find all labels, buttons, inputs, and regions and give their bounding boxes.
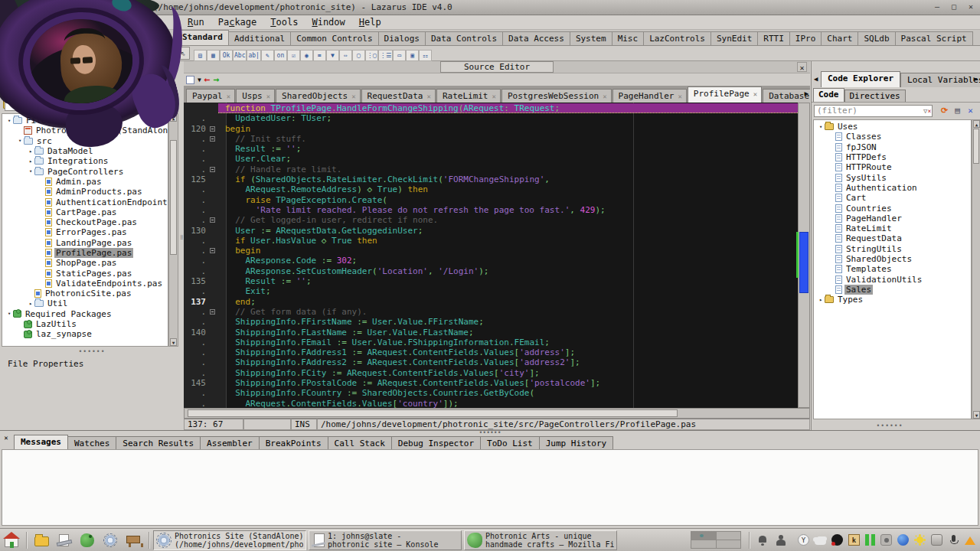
scroll-down-icon[interactable]: ▼ — [973, 411, 980, 419]
scroll-up-icon[interactable]: ▲ — [170, 114, 177, 122]
palette-tab-synedit[interactable]: SynEdit — [710, 31, 758, 45]
jump-back-icon[interactable]: ← — [204, 75, 211, 84]
tree-item-httpdefs[interactable]: HTTPDefs — [814, 152, 971, 162]
expand-arrow-icon[interactable]: ▾ — [817, 124, 825, 130]
palette-tab-sqldb[interactable]: SQLdb — [858, 31, 895, 45]
messages-content[interactable] — [2, 449, 978, 526]
component-tcheckgroup-icon[interactable]: ⋮☰ — [378, 50, 393, 61]
menu-package[interactable]: Package — [211, 16, 264, 28]
taskbar-window-button[interactable]: Photronics Site (StandAlone) (/home/john… — [153, 530, 306, 550]
tree-item-requestdata[interactable]: RequestData — [814, 233, 971, 243]
tree-item-adminproducts-pas[interactable]: AdminProducts.pas — [2, 187, 168, 197]
code-line[interactable]: 130 User := ARequestData.GetLoggedinUser… — [184, 226, 798, 236]
palette-tab-lazcontrols[interactable]: LazControls — [643, 31, 711, 45]
expand-arrow-icon[interactable]: ▾ — [5, 118, 13, 124]
page-icon[interactable]: ▤ — [952, 105, 963, 116]
fold-column[interactable] — [208, 134, 218, 144]
palette-tab-data-access[interactable]: Data Access — [502, 31, 570, 45]
editor-horizontal-scrollbar[interactable] — [184, 408, 810, 419]
palette-tab-chart[interactable]: Chart — [821, 31, 858, 45]
user-switcher-icon[interactable] — [776, 535, 786, 546]
tree-item-uses[interactable]: ▾Uses — [814, 122, 971, 132]
tree-item-util[interactable]: ▸Util — [2, 298, 168, 308]
editor-tab-database[interactable]: Database✕ — [763, 89, 810, 103]
panel-tab-local-variables[interactable]: Local Variables — [900, 73, 980, 87]
tree-item-staticpages-pas[interactable]: StaticPages.pas — [2, 268, 168, 278]
media-pause-icon[interactable] — [865, 534, 875, 546]
tree-item-errorpages-pas[interactable]: ErrorPages.pas — [2, 227, 168, 237]
expand-arrow-icon[interactable]: ▾ — [5, 311, 13, 317]
code-line[interactable]: . UpdatedUser: TUser; — [184, 113, 798, 123]
tree-item-profilepage-pas[interactable]: ProfilePage.pas — [2, 248, 168, 258]
component-tradiogroup-icon[interactable]: ⋮▢ — [365, 50, 378, 61]
tree-item-httproute[interactable]: HTTPRoute — [814, 162, 971, 172]
klipper-icon[interactable]: k — [848, 534, 860, 546]
code-explorer-scrollbar[interactable]: ▲ ▼ — [972, 119, 980, 419]
component-tpopupmenu-icon[interactable]: ▦ — [207, 50, 220, 61]
panel-splitter-vertical[interactable]: ⣿ — [178, 61, 184, 430]
app-indicator-icon[interactable]: Y — [798, 534, 809, 546]
tree-item-classes[interactable]: Classes — [814, 132, 971, 142]
code-line[interactable]: 125 if (SharedObjects.RateLimiter.CheckL… — [184, 174, 798, 184]
palette-tab-misc[interactable]: Misc — [612, 31, 645, 45]
menu-tools[interactable]: Tools — [263, 16, 305, 28]
expand-arrow-icon[interactable]: ▸ — [27, 301, 34, 307]
dock-tab-jump-history[interactable]: Jump History — [539, 436, 613, 449]
editor-tab-usps[interactable]: Usps✕ — [236, 89, 275, 103]
minimize-button[interactable]: – — [931, 2, 943, 12]
code-line[interactable]: . ShippingInfo.FCountry := SharedObjects… — [184, 388, 798, 398]
code-line[interactable]: . ShippingInfo.FEmail := User.Value.FShi… — [184, 337, 798, 347]
code-line[interactable]: . User.Clear; — [184, 154, 798, 164]
tree-item-countries[interactable]: Countries — [814, 203, 971, 213]
tree-item-lazutils[interactable]: LazUtils — [2, 319, 168, 329]
project-tree-scrollbar[interactable]: ▲ ▼ — [168, 113, 178, 347]
dock-tab-watches[interactable]: Watches — [67, 436, 116, 449]
maximize-button[interactable]: □ — [948, 2, 960, 12]
tab-close-icon[interactable]: ✕ — [678, 93, 681, 100]
dock-tab-breakpoints[interactable]: BreakPoints — [259, 436, 328, 449]
taskbar-window-button[interactable]: Photronic Arts - unique handmade crafts … — [464, 530, 617, 550]
brightness-icon[interactable] — [916, 536, 923, 543]
editor-tab-ratelimit[interactable]: RateLimit✕ — [436, 89, 501, 103]
component-tactionlist-icon[interactable]: ⚏ — [419, 50, 432, 61]
code-line[interactable]: 120begin — [184, 124, 798, 134]
tree-item-integrations[interactable]: ▸Integrations — [2, 156, 168, 166]
palette-tab-system[interactable]: System — [570, 31, 612, 45]
code-line[interactable]: . AResponse.Code := 302; — [184, 256, 798, 266]
editor-vertical-scrollbar[interactable] — [798, 103, 810, 408]
subtab-directives[interactable]: Directives — [844, 90, 906, 102]
folder-launcher[interactable] — [32, 531, 52, 549]
tree-item-checkoutpage-pas[interactable]: CheckoutPage.pas — [2, 217, 168, 227]
close-icon[interactable]: ✕ — [2, 433, 11, 442]
tree-item-photronics-site-standalone-[interactable]: Photronics Site (StandAlone) — [2, 126, 168, 135]
bluetooth-icon[interactable] — [897, 534, 909, 546]
tab-close-icon[interactable]: ✕ — [603, 93, 606, 100]
tree-item-validateendpoints-pas[interactable]: ValidateEndpoints.pas — [2, 279, 168, 289]
header-scroll-right-icon[interactable]: ▶ — [974, 75, 978, 83]
editor-tab-pagehandler[interactable]: PageHandler✕ — [612, 89, 687, 103]
component-tcombobox-icon[interactable]: ▼ — [326, 50, 339, 61]
tree-item-photronicsite-pas[interactable]: PhotronicSite.pas — [2, 289, 168, 298]
expand-arrow-icon[interactable]: ▾ — [27, 168, 34, 174]
virtual-desktop-pager[interactable] — [691, 531, 741, 549]
mode-icon[interactable]: ✕ — [965, 105, 976, 116]
palette-tab-common-controls[interactable]: Common Controls — [290, 31, 378, 45]
touchpad-icon[interactable] — [931, 534, 942, 546]
tab-close-icon[interactable]: ✕ — [426, 93, 430, 100]
tab-scroll-right-icon[interactable]: ▶ — [805, 90, 808, 97]
jump-forward-icon[interactable]: → — [214, 75, 220, 84]
text-editor-launcher[interactable] — [55, 531, 75, 549]
editor-tab-postgreswebsession[interactable]: PostgresWebSession✕ — [501, 89, 612, 103]
workbench-launcher[interactable] — [124, 531, 144, 549]
scroll-up-icon[interactable]: ▲ — [973, 120, 980, 128]
cloud-icon[interactable] — [815, 539, 826, 545]
tree-item-pagecontrollers[interactable]: ▾PageControllers — [2, 166, 168, 176]
code-line[interactable]: . if User.HasValue ◇ True then — [184, 236, 798, 246]
scroll-down-icon[interactable]: ▼ — [170, 338, 177, 346]
palette-tab-additional[interactable]: Additional — [228, 31, 291, 45]
tree-item-files[interactable]: ▾Files — [2, 116, 168, 126]
component-tpanel-icon[interactable]: ▭ — [393, 50, 406, 61]
refresh-icon[interactable]: ⟳ — [939, 105, 950, 116]
code-line[interactable]: 137 end; — [184, 297, 798, 307]
tree-item-types[interactable]: ▸Types — [814, 295, 971, 305]
